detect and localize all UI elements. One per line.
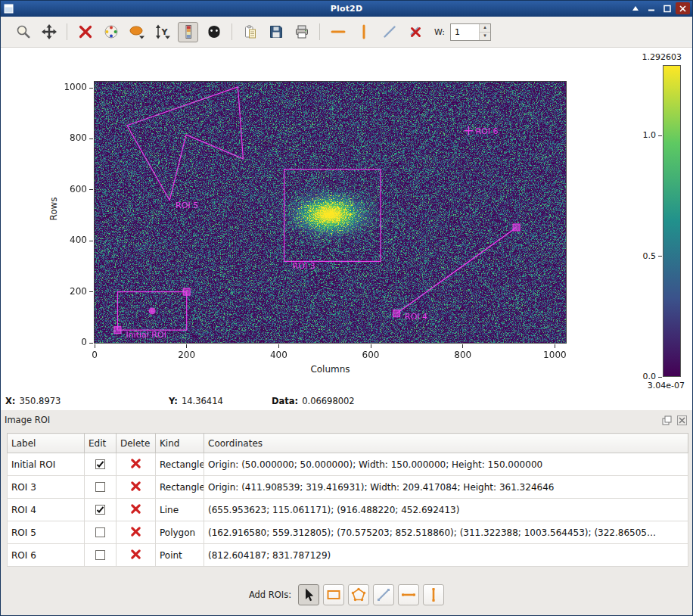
add-roi-polygon-button[interactable]	[348, 584, 369, 605]
width-input[interactable]	[451, 24, 479, 40]
roi-label-cell[interactable]: Initial ROI	[8, 453, 85, 476]
roi-handle[interactable]	[183, 288, 190, 295]
roi-table-row[interactable]: ROI 4Line(655.953623; 115.061171); (916.…	[8, 499, 688, 521]
delete-x-icon	[130, 458, 141, 469]
profile-clear-button[interactable]	[405, 22, 425, 42]
remove-button[interactable]	[75, 22, 95, 42]
print-button[interactable]	[291, 22, 312, 42]
roi-label-cell[interactable]: ROI 3	[8, 476, 85, 499]
y-tick-mark	[89, 343, 93, 344]
x-tick-mark	[462, 344, 463, 348]
x-tick-mark	[371, 344, 371, 348]
edit-checkbox[interactable]	[95, 482, 105, 492]
titlebar[interactable]: Plot2D	[1, 1, 692, 17]
y-tick-mark	[89, 138, 93, 139]
roi-table-body: Initial ROIRectangleOrigin: (50.000000; …	[8, 453, 688, 567]
y-tick-label: 600	[51, 184, 87, 194]
header-label[interactable]: Label	[8, 434, 85, 453]
roi-edit-cell	[85, 499, 117, 521]
float-icon	[662, 415, 672, 425]
dock-title: Image ROI	[5, 415, 50, 425]
minimize-button[interactable]	[644, 2, 658, 14]
add-roi-pointer-button[interactable]	[298, 584, 319, 605]
close-icon	[679, 5, 687, 13]
roi-table-row[interactable]: Initial ROIRectangleOrigin: (50.000000; …	[8, 453, 688, 476]
aspect-ratio-button[interactable]	[126, 22, 147, 42]
colorbar-tick-mark	[658, 256, 662, 257]
delete-roi-button[interactable]	[129, 480, 144, 495]
spin-down-button[interactable]: ▾	[480, 33, 490, 40]
maximize-icon	[663, 5, 672, 13]
mask-button[interactable]	[204, 22, 224, 42]
delete-roi-button[interactable]	[129, 502, 144, 518]
y-tick-label: 800	[51, 132, 87, 143]
dock-float-button[interactable]	[660, 414, 673, 426]
colormap-button[interactable]	[101, 22, 121, 42]
colorbar-icon	[180, 23, 197, 40]
y-tick-label: 400	[51, 235, 87, 245]
x-tick-mark	[95, 344, 95, 348]
profile-vertical-button[interactable]	[353, 22, 374, 42]
edit-checkbox[interactable]	[95, 459, 105, 469]
profile-diagonal-button[interactable]	[379, 22, 399, 42]
delete-x-icon	[130, 481, 141, 492]
window-title: Plot2D	[1, 4, 692, 14]
dock-close-button[interactable]	[676, 414, 688, 426]
roi-table-row[interactable]: ROI 5Polygon(162.916580; 559.312805); (7…	[8, 521, 688, 544]
add-roi-horizontal-line-button[interactable]	[398, 584, 419, 605]
add-roi-rectangle-button[interactable]	[323, 584, 344, 605]
roi-table-row[interactable]: ROI 3RectangleOrigin: (411.908539; 319.4…	[8, 476, 688, 499]
add-rois-label: Add ROIs:	[249, 590, 291, 600]
shade-button[interactable]	[628, 2, 642, 14]
colorbar-tick-label: 0.5	[624, 251, 656, 261]
delete-roi-button[interactable]	[129, 548, 144, 563]
vertical-line-roi-icon	[425, 586, 442, 603]
pan-icon	[41, 23, 57, 40]
y-tick-mark	[89, 189, 93, 190]
line-roi-icon	[375, 586, 392, 603]
colorbar-gradient[interactable]	[663, 65, 681, 377]
roi-label: ROI 3	[293, 261, 315, 271]
roi-delete-cell	[117, 476, 156, 499]
copy-button[interactable]	[240, 22, 260, 42]
add-roi-vertical-line-button[interactable]	[423, 584, 444, 605]
delete-roi-button[interactable]	[129, 525, 144, 540]
roi-coordinates-cell: (162.916580; 559.312805); (70.575203; 85…	[204, 521, 688, 544]
dock-header[interactable]: Image ROI	[1, 410, 692, 430]
save-button[interactable]	[266, 22, 286, 42]
x-tick-label: 0	[78, 350, 111, 360]
zoom-mode-button[interactable]	[13, 22, 33, 42]
edit-checkbox[interactable]	[95, 527, 105, 537]
roi-table-row[interactable]: ROI 6Point(812.604187; 831.787129)	[8, 544, 688, 567]
width-label: W:	[434, 27, 445, 37]
x-tick-mark	[278, 344, 279, 348]
roi-label-cell[interactable]: ROI 4	[8, 499, 85, 521]
roi-handle[interactable]	[393, 310, 400, 317]
header-coordinates[interactable]: Coordinates	[204, 434, 688, 453]
horizontal-line-roi-icon	[400, 586, 417, 603]
pan-mode-button[interactable]	[39, 22, 59, 42]
roi-shape-polygon[interactable]	[127, 87, 243, 201]
roi-handle[interactable]	[114, 327, 121, 334]
add-roi-line-button[interactable]	[373, 584, 394, 605]
roi-label-cell[interactable]: ROI 5	[8, 521, 85, 544]
profile-horizontal-button[interactable]	[328, 22, 348, 42]
roi-shape-rectangle[interactable]	[284, 170, 381, 262]
header-delete[interactable]: Delete	[117, 434, 156, 453]
rectangle-roi-icon	[325, 586, 342, 603]
maximize-button[interactable]	[660, 2, 674, 14]
y-axis-orientation-button[interactable]: Y	[152, 22, 172, 42]
spin-up-button[interactable]: ▴	[480, 24, 490, 33]
edit-checkbox[interactable]	[95, 550, 105, 560]
roi-center-handle[interactable]	[149, 307, 156, 314]
colorbar-tick-mark	[658, 135, 662, 136]
delete-roi-button[interactable]	[129, 457, 144, 472]
roi-shape-line[interactable]	[396, 227, 517, 313]
roi-label-cell[interactable]: ROI 6	[8, 544, 85, 567]
close-button[interactable]	[676, 2, 690, 14]
roi-handle[interactable]	[513, 224, 520, 231]
header-kind[interactable]: Kind	[156, 434, 204, 453]
edit-checkbox[interactable]	[95, 505, 105, 515]
colorbar-button[interactable]	[178, 22, 198, 42]
header-edit[interactable]: Edit	[85, 434, 117, 453]
